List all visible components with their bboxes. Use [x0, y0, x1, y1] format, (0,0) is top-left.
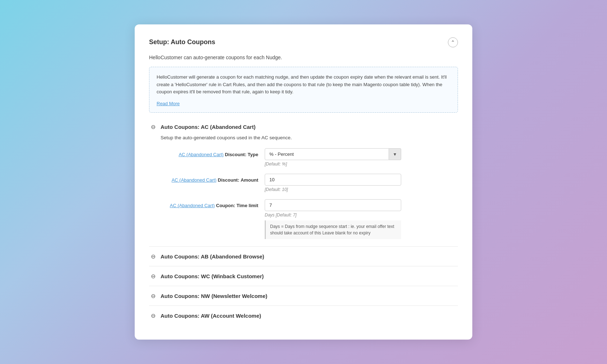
discount-amount-hint: [Default: 10] [265, 187, 401, 192]
discount-type-label: AC (Abandoned Cart) Discount: Type [161, 148, 265, 157]
wc-section: ⊖ Auto Coupons: WC (Winback Customer) [149, 266, 458, 286]
time-limit-hint: Days [Default: 7] [265, 213, 401, 218]
ac-section-header: ⊖ Auto Coupons: AC (Abandoned Cart) [149, 123, 458, 131]
discount-amount-input[interactable]: 10 [265, 174, 401, 186]
discount-amount-control: 10 [Default: 10] [265, 174, 401, 192]
discount-type-select-wrap: % - Percent Fixed Amount Fixed Price ▼ [265, 148, 401, 160]
nw-section: ⊖ Auto Coupons: NW (Newsletter Welcome) [149, 286, 458, 305]
info-box: HelloCustomer will generate a coupon for… [149, 67, 458, 113]
time-limit-row: AC (Abandoned Cart) Coupon: Time limit 7… [161, 199, 458, 239]
page-title: Setup: Auto Coupons [149, 38, 215, 46]
wc-section-title: Auto Coupons: WC (Winback Customer) [161, 273, 264, 279]
aw-section-title: Auto Coupons: AW (Account Welcome) [161, 313, 261, 319]
nw-section-title: Auto Coupons: NW (Newsletter Welcome) [161, 293, 267, 299]
time-limit-input[interactable]: 7 [265, 199, 401, 211]
ac-section: ⊖ Auto Coupons: AC (Abandoned Cart) Setu… [149, 123, 458, 239]
discount-type-row: AC (Abandoned Cart) Discount: Type % - P… [161, 148, 458, 167]
info-box-text: HelloCustomer will generate a coupon for… [157, 74, 450, 96]
collapse-button[interactable]: ⌃ [448, 37, 458, 47]
card-header: Setup: Auto Coupons ⌃ [149, 37, 458, 47]
discount-type-hint: [Default: %] [265, 162, 401, 167]
select-arrow-button[interactable]: ▼ [389, 148, 401, 160]
ab-section: ⊖ Auto Coupons: AB (Abandoned Browse) [149, 246, 458, 266]
aw-collapse-icon[interactable]: ⊖ [149, 312, 157, 319]
ac-section-title: Auto Coupons: AC (Abandoned Cart) [161, 124, 255, 130]
ab-section-title: Auto Coupons: AB (Abandoned Browse) [161, 253, 264, 260]
setup-card: Setup: Auto Coupons ⌃ HelloCustomer can … [135, 24, 472, 340]
discount-amount-row: AC (Abandoned Cart) Discount: Amount 10 … [161, 174, 458, 192]
discount-type-select[interactable]: % - Percent Fixed Amount Fixed Price [265, 148, 389, 160]
read-more-link[interactable]: Read More [157, 101, 180, 106]
time-limit-note: Days = Days from nudge sequence start : … [265, 220, 401, 239]
aw-section: ⊖ Auto Coupons: AW (Account Welcome) [149, 305, 458, 325]
discount-amount-label: AC (Abandoned Cart) Discount: Amount [161, 174, 265, 183]
nw-collapse-icon[interactable]: ⊖ [149, 292, 157, 300]
time-limit-control: 7 Days [Default: 7] Days = Days from nud… [265, 199, 401, 239]
page-subtitle: HelloCustomer can auto-generate coupons … [149, 55, 458, 60]
ac-collapse-icon[interactable]: ⊖ [149, 123, 157, 131]
ab-collapse-icon[interactable]: ⊖ [149, 252, 157, 260]
ac-section-description: Setup the auto-generated coupons used in… [161, 135, 458, 140]
discount-type-control: % - Percent Fixed Amount Fixed Price ▼ [… [265, 148, 401, 167]
time-limit-label: AC (Abandoned Cart) Coupon: Time limit [161, 199, 265, 208]
wc-collapse-icon[interactable]: ⊖ [149, 272, 157, 280]
